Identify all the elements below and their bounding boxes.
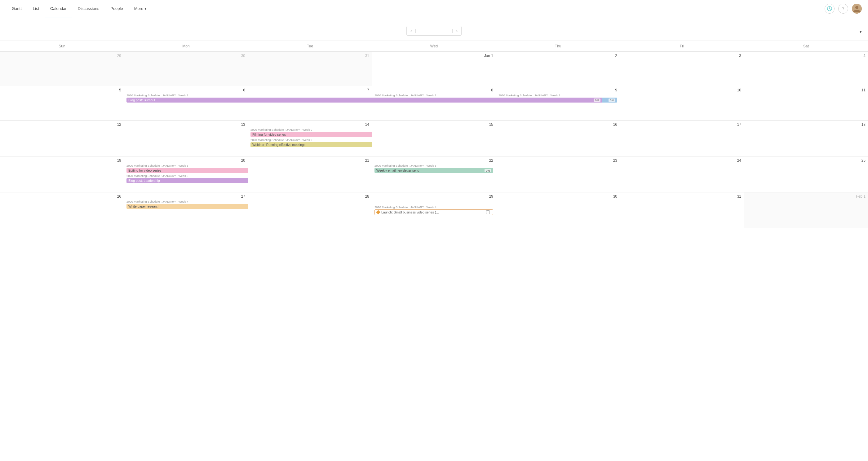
cal-cell[interactable]: Feb 1	[744, 192, 868, 228]
cal-cell[interactable]: 4	[744, 52, 868, 86]
day-number: 28	[250, 194, 369, 199]
header-fri: Fri	[620, 41, 744, 52]
day-number: 22	[374, 158, 493, 163]
month-label	[415, 29, 453, 33]
cal-cell[interactable]: 10	[620, 86, 744, 120]
user-avatar[interactable]	[852, 4, 862, 13]
day-number: 23	[498, 158, 617, 163]
filter-button[interactable]: ▾	[858, 24, 862, 34]
header-thu: Thu	[496, 41, 620, 52]
week-row-3: 12 13 14 2020 Marketing Schedule : JANUA…	[0, 121, 868, 157]
diamond-icon	[376, 210, 380, 215]
help-icon[interactable]: ?	[838, 4, 848, 13]
day-number: Jan 1	[374, 54, 493, 58]
filter-dropdown-icon: ▾	[860, 29, 862, 34]
svg-point-2	[855, 6, 858, 9]
calendar-grid: Sun Mon Tue Wed Thu Fri Sat 29 30 31 Jan…	[0, 41, 868, 228]
cal-cell[interactable]: 17	[620, 121, 744, 156]
day-number: 14	[250, 122, 369, 127]
cal-cell[interactable]: 9 2020 Marketing Schedule : JANUARY : We…	[496, 86, 620, 120]
event-bar[interactable]: Blog post: Burnout 0%	[126, 98, 602, 103]
clock-icon[interactable]	[825, 4, 835, 13]
event-percent: 0%	[594, 99, 600, 102]
cal-cell[interactable]: 14 2020 Marketing Schedule : JANUARY : W…	[248, 121, 372, 156]
nav-calendar[interactable]: Calendar	[44, 0, 72, 18]
prev-month-button[interactable]: ‹	[407, 26, 415, 35]
event-group-label: 2020 Marketing Schedule : JANUARY : Week…	[250, 128, 369, 131]
day-number: 29	[2, 54, 121, 58]
cal-cell[interactable]: 7	[248, 86, 372, 120]
cal-cell[interactable]: 27 2020 Marketing Schedule : JANUARY : W…	[124, 192, 248, 228]
day-number: 11	[746, 88, 866, 92]
cal-cell[interactable]: 30	[496, 192, 620, 228]
cal-cell[interactable]: 29 2020 Marketing Schedule : JANUARY : W…	[372, 192, 496, 228]
cal-cell[interactable]: 19	[0, 157, 124, 192]
event-title: Launch: Small business video series (…	[381, 210, 439, 214]
cal-cell[interactable]: 13	[124, 121, 248, 156]
header-wed: Wed	[372, 41, 496, 52]
nav-right: ?	[825, 4, 862, 13]
day-number: 3	[622, 54, 741, 58]
event-group-label: 2020 Marketing Schedule : JANUARY : Week…	[498, 94, 617, 97]
cal-cell[interactable]: 3	[620, 52, 744, 86]
day-number: 24	[622, 158, 741, 163]
cal-cell[interactable]: 21	[248, 157, 372, 192]
day-number: 20	[126, 158, 245, 163]
day-number: 18	[746, 122, 866, 127]
day-number: 2	[498, 54, 617, 58]
cal-cell[interactable]: 31	[248, 52, 372, 86]
day-number: 30	[126, 54, 245, 58]
cal-cell[interactable]: 24	[620, 157, 744, 192]
cal-cell[interactable]: 16	[496, 121, 620, 156]
event-percent: 0%	[609, 99, 615, 102]
cal-cell[interactable]: 29	[0, 52, 124, 86]
nav-list[interactable]: List	[27, 0, 44, 18]
nav-more[interactable]: More ▾	[129, 0, 152, 18]
cal-cell[interactable]: Jan 1	[372, 52, 496, 86]
day-number: 4	[746, 54, 866, 58]
day-number: 10	[622, 88, 741, 92]
event-bar[interactable]: Launch: Small business video series (…	[374, 209, 493, 215]
day-number: 16	[498, 122, 617, 127]
cal-cell[interactable]: 31	[620, 192, 744, 228]
event-group-label: 2020 Marketing Schedule : JANUARY : Week…	[250, 138, 369, 141]
nav-discussions[interactable]: Discussions	[72, 0, 105, 18]
event-group-label: 2020 Marketing Schedule : JANUARY : Week…	[374, 205, 493, 209]
event-title: Webinar: Running effective meetings	[252, 143, 305, 146]
cal-cell[interactable]: 25	[744, 157, 868, 192]
event-percent: 0%	[485, 169, 491, 172]
cal-cell[interactable]: 20 2020 Marketing Schedule : JANUARY : W…	[124, 157, 248, 192]
event-title: Weekly email newsletter send	[376, 168, 420, 172]
cal-cell[interactable]: 22 2020 Marketing Schedule : JANUARY : W…	[372, 157, 496, 192]
day-number: 15	[374, 122, 493, 127]
cal-cell[interactable]: 30	[124, 52, 248, 86]
event-bar[interactable]: Weekly email newsletter send 0%	[374, 168, 493, 173]
main-nav: Gantt List Calendar Discussions People M…	[0, 0, 868, 18]
event-title: White paper research	[128, 204, 159, 208]
checkbox-icon	[486, 210, 490, 214]
day-number: 25	[746, 158, 866, 163]
nav-gantt[interactable]: Gantt	[6, 0, 27, 18]
event-group-label: 2020 Marketing Schedule : JANUARY : Week…	[126, 164, 245, 167]
day-number: 19	[2, 158, 121, 163]
event-title: Filming for video series	[252, 133, 286, 136]
next-month-button[interactable]: ›	[453, 26, 461, 35]
nav-items: Gantt List Calendar Discussions People M…	[6, 0, 825, 18]
cal-cell[interactable]: 23	[496, 157, 620, 192]
cal-cell[interactable]: 18	[744, 121, 868, 156]
cal-cell[interactable]: 5	[0, 86, 124, 120]
nav-people[interactable]: People	[105, 0, 128, 18]
cal-cell[interactable]: 12	[0, 121, 124, 156]
day-number: 21	[250, 158, 369, 163]
cal-cell[interactable]: 15	[372, 121, 496, 156]
cal-cell[interactable]: 28	[248, 192, 372, 228]
calendar-toolbar: ‹ › ▾	[0, 18, 868, 41]
header-sun: Sun	[0, 41, 124, 52]
cal-cell[interactable]: 26	[0, 192, 124, 228]
cal-cell[interactable]: 8 2020 Marketing Schedule : JANUARY : We…	[372, 86, 496, 120]
cal-cell[interactable]: 11	[744, 86, 868, 120]
cal-cell[interactable]: 6 2020 Marketing Schedule : JANUARY : We…	[124, 86, 248, 120]
day-number: 5	[2, 88, 121, 92]
day-number: 8	[374, 88, 493, 92]
cal-cell[interactable]: 2	[496, 52, 620, 86]
